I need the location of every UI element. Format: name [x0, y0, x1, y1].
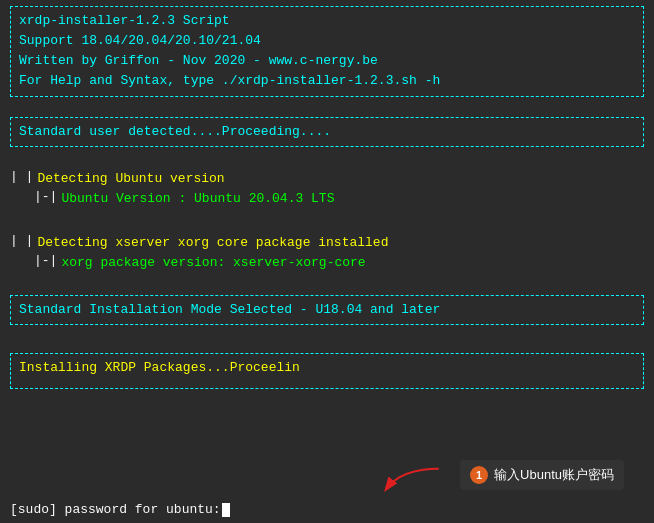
gap-2: [0, 153, 654, 161]
ubuntu-detect-prefix: | |: [10, 169, 33, 184]
standard-user-text: Standard user detected....Proceeding....: [19, 122, 635, 142]
bottom-area: 1 输入Ubuntu账户密码 [sudo] password for ubunt…: [0, 498, 654, 523]
terminal-window: xrdp-installer-1.2.3 Script Support 18.0…: [0, 0, 654, 523]
installing-text: Installing XRDP Packages...Proceelin: [19, 358, 635, 378]
password-prompt-text: [sudo] password for ubuntu:: [10, 502, 221, 517]
xorg-detect-prefix: | |: [10, 233, 33, 248]
xorg-version-prefix: |-|: [34, 253, 57, 268]
annotation-text: 输入Ubuntu账户密码: [494, 466, 614, 484]
gap-5: [0, 331, 654, 339]
detect-ubuntu-line: | | Detecting Ubuntu version: [10, 169, 644, 189]
annotation-tooltip: 1 输入Ubuntu账户密码: [460, 460, 624, 490]
installing-label: Installing XRDP Packages...Proceelin: [19, 360, 300, 375]
header-line-2: Support 18.04/20.04/20.10/21.04: [19, 31, 635, 51]
standard-install-box: Standard Installation Mode Selected - U1…: [10, 295, 644, 325]
xorg-version-line: |-| xorg package version: xserver-xorg-c…: [10, 253, 644, 273]
xorg-version-value: xorg package version: xserver-xorg-core: [61, 253, 365, 273]
header-line-3: Written by Griffon - Nov 2020 - www.c-ne…: [19, 51, 635, 71]
ubuntu-version-prefix: |-|: [34, 189, 57, 204]
annotation-container: 1 输入Ubuntu账户密码: [370, 455, 624, 495]
password-prompt-line[interactable]: [sudo] password for ubuntu:: [0, 498, 654, 523]
header-line-5: For Help and Syntax, type ./xrdp-install…: [19, 71, 635, 91]
standard-user-box: Standard user detected....Proceeding....: [10, 117, 644, 147]
header-line-1: xrdp-installer-1.2.3 Script: [19, 11, 635, 31]
gap-3: [0, 217, 654, 225]
header-box: xrdp-installer-1.2.3 Script Support 18.0…: [10, 6, 644, 97]
detect-ubuntu-block: | | Detecting Ubuntu version |-| Ubuntu …: [10, 167, 644, 211]
detect-xorg-line: | | Detecting xserver xorg core package …: [10, 233, 644, 253]
red-arrow-wrapper: [370, 455, 460, 495]
cursor: [222, 503, 230, 517]
detect-xorg-label: Detecting xserver xorg core package inst…: [37, 233, 388, 253]
red-arrow-icon: [370, 465, 455, 495]
standard-install-text: Standard Installation Mode Selected - U1…: [19, 300, 635, 320]
detect-ubuntu-label: Detecting Ubuntu version: [37, 169, 224, 189]
detect-xorg-block: | | Detecting xserver xorg core package …: [10, 231, 644, 275]
annotation-badge: 1: [470, 466, 488, 484]
ubuntu-version-value: Ubuntu Version : Ubuntu 20.04.3 LTS: [61, 189, 334, 209]
gap-1: [0, 103, 654, 111]
gap-4: [0, 281, 654, 289]
installing-box: Installing XRDP Packages...Proceelin: [10, 353, 644, 389]
gap-6: [0, 339, 654, 347]
ubuntu-version-line: |-| Ubuntu Version : Ubuntu 20.04.3 LTS: [10, 189, 644, 209]
